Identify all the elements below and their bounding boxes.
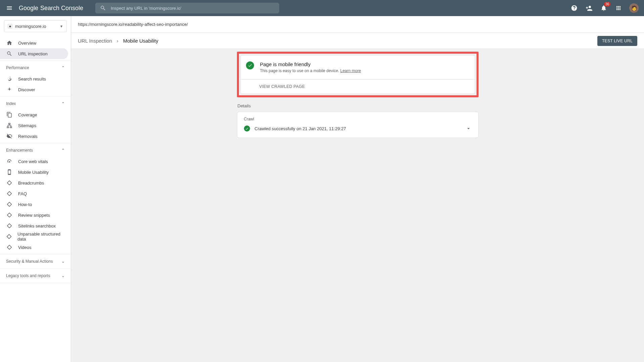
search-icon	[100, 5, 106, 11]
notifications-icon[interactable]: 36	[600, 4, 608, 12]
sidebar-item-label: Search results	[18, 76, 46, 82]
view-crawled-page-button[interactable]: VIEW CRAWLED PAGE	[241, 80, 475, 94]
sidebar-item-videos[interactable]: Videos	[0, 242, 68, 253]
sidebar-item-removals[interactable]: Removals	[0, 131, 68, 142]
sidebar-item-overview[interactable]: Overview	[0, 38, 68, 48]
crawl-section-label: Crawl	[244, 117, 472, 121]
diamond-icon	[6, 179, 13, 186]
sidebar-header-legacy[interactable]: Legacy tools and reports ⌄	[0, 270, 71, 281]
chevron-down-icon: ⌄	[61, 273, 65, 278]
sidebar-header-index[interactable]: Index ⌃	[0, 98, 71, 109]
diamond-icon	[6, 190, 13, 197]
crawl-details-card: Crawl Crawled successfully on 21 Jan 202…	[237, 112, 479, 138]
crawl-status-row[interactable]: Crawled successfully on 21 Jan 2021, 11:…	[244, 125, 472, 132]
sidebar-item-howto[interactable]: How-to	[0, 199, 68, 210]
sidebar-header-performance[interactable]: Performance ⌃	[0, 62, 71, 73]
chevron-up-icon: ⌃	[61, 101, 65, 106]
home-icon	[6, 40, 13, 46]
apps-icon[interactable]	[614, 4, 623, 12]
checkmark-icon	[246, 61, 254, 69]
help-icon[interactable]	[570, 4, 578, 12]
sidebar-item-label: Core web vitals	[18, 159, 48, 164]
mobile-friendly-card: Page is mobile friendly This page is eas…	[240, 55, 475, 94]
sitemap-icon	[6, 122, 13, 129]
sidebar-item-label: Videos	[18, 245, 32, 250]
sidebar-item-label: Sitelinks searchbox	[18, 223, 56, 228]
logo-google: Google	[19, 5, 38, 12]
menu-icon[interactable]	[5, 4, 13, 12]
diamond-icon	[6, 233, 12, 240]
chevron-up-icon: ⌃	[61, 148, 65, 153]
sidebar-item-search-results[interactable]: Search results	[0, 73, 68, 84]
speed-icon	[6, 158, 13, 165]
logo[interactable]: Google Search Console	[19, 5, 83, 12]
breadcrumb-current: Mobile Usability	[123, 38, 158, 44]
sidebar-item-label: Coverage	[18, 112, 37, 117]
asterisk-icon	[6, 86, 13, 93]
sidebar-item-label: Unparsable structured data	[17, 231, 62, 242]
chevron-down-icon: ▼	[60, 24, 63, 28]
visibility-off-icon	[6, 133, 13, 140]
test-live-url-button[interactable]: TEST LIVE URL	[597, 36, 637, 46]
property-selector[interactable]: ◆ morningscore.io ▼	[4, 20, 67, 32]
diamond-icon	[6, 201, 13, 208]
sidebar-item-label: How-to	[18, 202, 32, 207]
sidebar-item-coverage[interactable]: Coverage	[0, 109, 68, 120]
inspected-url-bar[interactable]: https://morningscore.io/readability-affe…	[71, 16, 644, 33]
sidebar-item-discover[interactable]: Discover	[0, 84, 68, 95]
breadcrumb-bar: URL Inspection › Mobile Usability TEST L…	[71, 33, 644, 49]
sidebar-item-label: Mobile Usability	[18, 170, 49, 175]
search-icon	[6, 50, 13, 57]
logo-product: Search Console	[40, 5, 83, 12]
sidebar-item-url-inspection[interactable]: URL inspection	[0, 48, 68, 59]
mobile-icon	[6, 169, 13, 175]
main-content: https://morningscore.io/readability-affe…	[71, 16, 644, 362]
sidebar-header-security[interactable]: Security & Manual Actions ⌄	[0, 256, 71, 267]
sidebar-item-label: URL inspection	[18, 51, 48, 56]
learn-more-link[interactable]: Learn more	[340, 68, 361, 73]
chevron-down-icon[interactable]	[465, 125, 472, 132]
status-title: Page is mobile friendly	[260, 61, 361, 67]
sidebar-item-sitelinks-searchbox[interactable]: Sitelinks searchbox	[0, 220, 68, 231]
status-description: This page is easy to use on a mobile dev…	[260, 68, 361, 73]
chevron-up-icon: ⌃	[61, 65, 65, 70]
sidebar-item-faq[interactable]: FAQ	[0, 188, 68, 199]
header-actions: 36 🧑	[570, 3, 639, 13]
sidebar-item-label: Sitemaps	[18, 123, 36, 128]
sidebar-item-core-web-vitals[interactable]: Core web vitals	[0, 156, 68, 167]
url-inspect-search[interactable]	[95, 3, 279, 13]
sidebar-item-label: Breadcrumbs	[18, 180, 44, 186]
sidebar: ◆ morningscore.io ▼ Overview URL inspect…	[0, 16, 71, 362]
chevron-right-icon: ›	[117, 38, 118, 44]
app-header: Google Search Console 36 🧑	[0, 0, 644, 16]
search-input[interactable]	[111, 6, 275, 11]
sidebar-item-label: FAQ	[18, 191, 27, 196]
content-area: Page is mobile friendly This page is eas…	[71, 49, 644, 362]
inspected-url: https://morningscore.io/readability-affe…	[78, 22, 188, 27]
sidebar-item-review-snippets[interactable]: Review snippets	[0, 210, 68, 220]
sidebar-item-label: Overview	[18, 41, 36, 46]
chevron-down-icon: ⌄	[61, 259, 65, 264]
diamond-icon	[6, 244, 13, 251]
sidebar-item-label: Removals	[18, 134, 38, 139]
avatar[interactable]: 🧑	[629, 3, 639, 13]
sidebar-item-unparseable[interactable]: Unparsable structured data	[0, 231, 68, 242]
sidebar-item-sitemaps[interactable]: Sitemaps	[0, 120, 68, 131]
details-label: Details	[238, 103, 479, 108]
diamond-icon	[6, 212, 13, 218]
sidebar-item-breadcrumbs[interactable]: Breadcrumbs	[0, 177, 68, 188]
sidebar-item-label: Review snippets	[18, 213, 50, 218]
pages-icon	[6, 111, 13, 118]
sidebar-item-label: Discover	[18, 87, 35, 92]
google-icon	[6, 75, 13, 82]
property-name: morningscore.io	[15, 24, 57, 29]
sidebar-item-mobile-usability[interactable]: Mobile Usability	[0, 167, 68, 177]
highlight-annotation: Page is mobile friendly This page is eas…	[237, 52, 479, 97]
diamond-icon	[6, 222, 13, 229]
property-favicon: ◆	[8, 24, 12, 29]
checkmark-icon	[244, 125, 250, 132]
sidebar-header-enhancements[interactable]: Enhancements ⌃	[0, 145, 71, 156]
breadcrumb-parent[interactable]: URL Inspection	[78, 38, 112, 44]
users-icon[interactable]	[585, 4, 593, 12]
notification-badge: 36	[604, 2, 610, 6]
